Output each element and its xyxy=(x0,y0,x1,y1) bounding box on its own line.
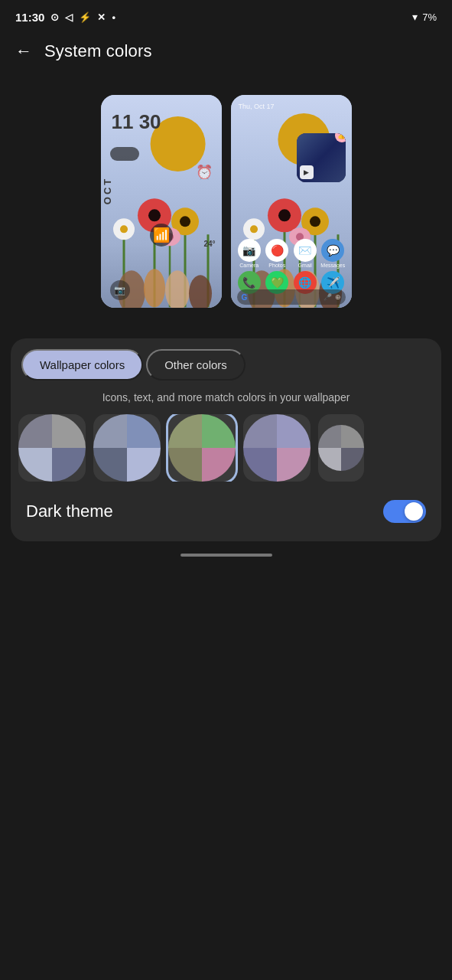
app-photos[interactable]: 🔴 Photos xyxy=(265,239,290,268)
status-right: ▾ 7% xyxy=(412,11,437,23)
time-display: 11:30 xyxy=(15,11,44,24)
color-swatch-2[interactable] xyxy=(93,414,161,482)
messages-app-label: Messages xyxy=(320,263,345,268)
google-search-bar[interactable]: G 🎤 ⊕ xyxy=(237,289,346,305)
date-top-label: Thu, Oct 17 xyxy=(239,103,275,110)
mic-icon[interactable]: 🎤 xyxy=(324,293,332,301)
dark-theme-toggle[interactable] xyxy=(383,500,426,523)
lens-icon[interactable]: ⊕ xyxy=(335,293,341,301)
battery-status-icon: ⚡ xyxy=(79,11,91,23)
photos-app-label: Photos xyxy=(268,263,285,268)
back-button[interactable]: ← xyxy=(15,41,32,61)
send-status-icon: ◁ xyxy=(65,11,73,23)
svg-point-8 xyxy=(180,217,190,227)
app-messages[interactable]: 💬 Messages xyxy=(320,239,346,268)
toggle-thumb xyxy=(405,502,423,521)
camera-app-icon: 📷 xyxy=(238,239,261,262)
tab-wallpaper-colors[interactable]: Wallpaper colors xyxy=(21,349,143,381)
tab-other-colors[interactable]: Other colors xyxy=(146,349,246,381)
media-card: 👍 ▶ xyxy=(297,133,346,182)
google-logo: G xyxy=(242,293,248,302)
svg-point-25 xyxy=(310,217,320,227)
battery-level: 7% xyxy=(422,11,437,23)
color-tabs: Wallpaper colors Other colors xyxy=(11,338,441,388)
color-swatch-1[interactable] xyxy=(18,414,86,482)
status-left: 11:30 ⊙ ◁ ⚡ ✕ • xyxy=(15,11,115,24)
svg-point-10 xyxy=(120,226,128,234)
bottom-panel: Wallpaper colors Other colors Icons, tex… xyxy=(11,338,441,541)
svg-point-27 xyxy=(250,226,258,234)
lock-screen-preview: 11 30 OCT ⏰ 📶 📷 24° xyxy=(101,95,222,308)
svg-point-6 xyxy=(148,210,161,222)
messages-app-icon: 💬 xyxy=(321,239,344,262)
color-swatch-3[interactable] xyxy=(168,414,236,482)
color-swatches xyxy=(11,414,441,482)
home-screen-preview: Thu, Oct 17 👍 ▶ 📷 Camera 🔴 Photos ✉️ Gma… xyxy=(231,95,352,308)
lock-time: 11 30 xyxy=(112,112,161,132)
color-swatch-4[interactable] xyxy=(243,414,311,482)
play-button[interactable]: ▶ xyxy=(300,165,314,179)
app-gmail[interactable]: ✉️ Gmail xyxy=(293,239,318,268)
date-side: OCT xyxy=(101,177,112,204)
header: ← System colors xyxy=(0,31,452,72)
temp-label: 24° xyxy=(203,240,215,248)
dark-theme-row: Dark theme xyxy=(11,482,441,526)
small-widget xyxy=(110,147,139,161)
svg-point-14 xyxy=(144,270,165,308)
gmail-app-icon: ✉️ xyxy=(294,239,317,262)
search-bar-icons: 🎤 ⊕ xyxy=(324,293,341,301)
gmail-app-label: Gmail xyxy=(298,263,312,268)
wifi-status-icon: ▾ xyxy=(412,11,418,23)
svg-point-23 xyxy=(278,210,291,222)
x-status-icon: ✕ xyxy=(97,11,106,23)
camera-status-icon: ⊙ xyxy=(50,11,59,23)
clock-ring-icon: ⏰ xyxy=(196,164,213,181)
app-grid-row1: 📷 Camera 🔴 Photos ✉️ Gmail 💬 Messages xyxy=(237,239,346,268)
camera-app-label: Camera xyxy=(239,263,259,268)
photos-app-icon: 🔴 xyxy=(265,239,288,262)
camera-shortcut[interactable]: 📷 xyxy=(110,280,130,300)
home-bar xyxy=(180,554,272,557)
color-swatch-5[interactable] xyxy=(318,414,364,482)
home-indicator xyxy=(0,541,452,563)
dark-theme-label: Dark theme xyxy=(26,501,113,521)
wifi-cast-icon: 📶 xyxy=(150,224,173,247)
preview-area: 11 30 OCT ⏰ 📶 📷 24° xyxy=(0,80,452,338)
page-title: System colors xyxy=(44,41,152,61)
tab-description: Icons, text, and more match colors in yo… xyxy=(11,388,441,414)
dot-status-icon: • xyxy=(112,11,115,23)
app-camera[interactable]: 📷 Camera xyxy=(237,239,262,268)
status-bar: 11:30 ⊙ ◁ ⚡ ✕ • ▾ 7% xyxy=(0,0,452,31)
